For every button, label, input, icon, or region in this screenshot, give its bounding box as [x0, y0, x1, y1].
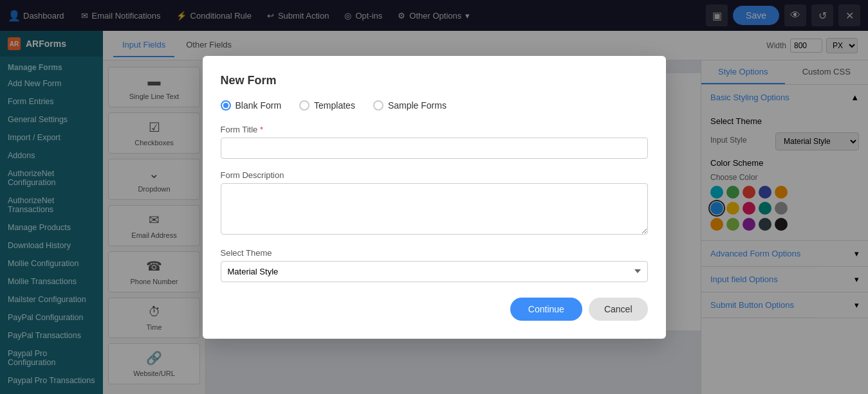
radio-sample-circle	[373, 100, 383, 111]
new-form-modal: New Form Blank Form Templates Sample For…	[203, 56, 666, 339]
modal-title: New Form	[221, 74, 648, 87]
form-description-textarea[interactable]	[221, 183, 648, 235]
required-star: *	[260, 125, 263, 134]
form-description-label: Form Description	[221, 170, 648, 180]
cancel-button[interactable]: Cancel	[589, 298, 648, 321]
modal-overlay: New Form Blank Form Templates Sample For…	[0, 0, 868, 394]
select-theme-group: Select Theme Material Style Default Clas…	[221, 248, 648, 282]
radio-templates[interactable]: Templates	[299, 100, 355, 111]
continue-button[interactable]: Continue	[510, 298, 582, 321]
radio-blank-label: Blank Form	[235, 100, 282, 111]
radio-sample-forms[interactable]: Sample Forms	[373, 100, 447, 111]
radio-sample-label: Sample Forms	[388, 100, 447, 111]
modal-actions: Continue Cancel	[221, 298, 648, 321]
form-title-label: Form Title *	[221, 125, 648, 134]
radio-blank-circle	[221, 100, 231, 111]
modal-theme-select[interactable]: Material Style Default Classic Modern	[221, 261, 648, 282]
radio-templates-label: Templates	[314, 100, 355, 111]
form-title-group: Form Title *	[221, 125, 648, 159]
form-description-group: Form Description	[221, 170, 648, 237]
modal-select-theme-label: Select Theme	[221, 248, 648, 258]
radio-templates-circle	[299, 100, 309, 111]
radio-blank-form[interactable]: Blank Form	[221, 100, 282, 111]
form-title-input[interactable]	[221, 138, 648, 159]
form-type-radio-group: Blank Form Templates Sample Forms	[221, 100, 648, 111]
